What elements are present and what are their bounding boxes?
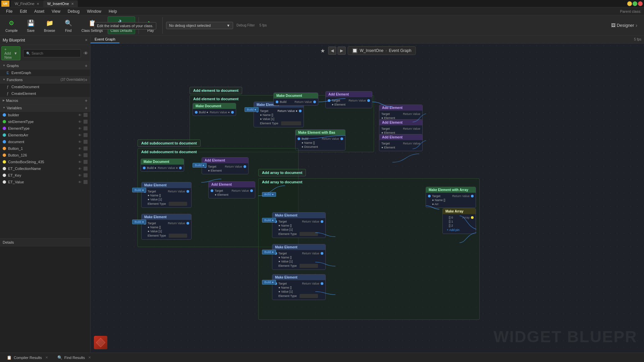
add-function-icon[interactable]: + bbox=[85, 77, 88, 82]
var-item-str-element-type[interactable]: strElementType 👁 bbox=[0, 118, 90, 125]
close-icon[interactable]: ✕ bbox=[37, 2, 39, 6]
compile-button[interactable]: ⚙ Compile bbox=[3, 17, 20, 34]
add-variable-icon[interactable]: + bbox=[85, 105, 88, 111]
node-make-document-2[interactable]: Make Document Build Return Value bbox=[273, 93, 318, 106]
var-item-et-collection-name[interactable]: ET_CollectionName 👁 bbox=[0, 165, 90, 172]
node-add-element-5[interactable]: Add Element Target Return Value ● Elemen… bbox=[379, 134, 423, 151]
build-btn[interactable]: Build ● bbox=[262, 250, 276, 254]
build-button-arr3[interactable]: Build ● bbox=[262, 280, 276, 285]
build-button-sub[interactable]: Build ● bbox=[193, 163, 207, 168]
tab-close-icon[interactable]: ✕ bbox=[45, 356, 48, 359]
var-item-elements-arr[interactable]: ElementsArr 👁 bbox=[0, 132, 90, 138]
build-btn[interactable]: Build ● bbox=[262, 280, 276, 285]
debug-filter[interactable]: No debug object selected ▼ bbox=[166, 22, 233, 29]
search-bar[interactable]: 🔍 bbox=[23, 49, 81, 57]
build-button-arr2[interactable]: Build ● bbox=[262, 250, 276, 254]
element-type-select[interactable] bbox=[300, 232, 318, 236]
class-settings-button[interactable]: 📋 Class Settings bbox=[79, 17, 106, 34]
node-add-element-right[interactable]: Add Element Target Return Value ● Elemen… bbox=[325, 91, 372, 108]
node-add-element-sub2[interactable]: Add Element Target Return Value ● Elemen… bbox=[208, 181, 255, 198]
macros-section-header[interactable]: ▶ Macros + bbox=[0, 97, 90, 104]
functions-section-header[interactable]: ▼ Functions (37 Overridable) + bbox=[0, 76, 90, 83]
build-btn[interactable]: Build ● bbox=[132, 188, 146, 192]
menu-asset[interactable]: Asset bbox=[31, 8, 48, 14]
node-make-element-array[interactable]: Make Element with Array Target Return Va… bbox=[426, 187, 476, 208]
tab-close-icon[interactable]: ✕ bbox=[88, 356, 91, 359]
maximize-button[interactable] bbox=[633, 1, 637, 6]
node-make-document[interactable]: Make Document Build ● Return Value ● bbox=[193, 103, 236, 116]
var-item-button-126[interactable]: Button_126 👁 bbox=[0, 152, 90, 159]
element-type-select[interactable] bbox=[300, 294, 318, 298]
designer-button[interactable]: 🖼 Designer › bbox=[607, 21, 641, 30]
tab-w-find-one[interactable]: W_FindOne ✕ bbox=[11, 0, 43, 7]
find-button[interactable]: 🔍 Find bbox=[60, 17, 77, 34]
node-make-element-sub1[interactable]: Make Element Target Return Value ● Name … bbox=[141, 182, 192, 208]
add-pin-button[interactable]: + Add pin bbox=[445, 228, 474, 232]
node-add-element-sub[interactable]: Add Element Target Return Value ● Elemen… bbox=[202, 157, 249, 174]
add-new-button[interactable]: + Add New ▼ bbox=[1, 46, 20, 60]
blueprint-canvas[interactable]: Add element to document Add element to d… bbox=[91, 55, 644, 353]
menu-edit[interactable]: Edit bbox=[16, 8, 30, 14]
sidebar-item-event-graph[interactable]: E EventGraph bbox=[0, 69, 90, 76]
nav-forward-button[interactable]: ▶ bbox=[337, 47, 345, 55]
node-make-doc-sub[interactable]: Make Document Build ● Return Value ● bbox=[141, 159, 184, 172]
play-button[interactable]: ▶ Play bbox=[142, 17, 159, 34]
minimize-button[interactable] bbox=[627, 1, 632, 6]
build-button-1[interactable]: Build ● bbox=[245, 107, 259, 112]
add-macro-icon[interactable]: + bbox=[85, 98, 88, 103]
node-make-element-sub3[interactable]: Make Element Target Return Value ● Name … bbox=[141, 214, 192, 240]
menu-view[interactable]: View bbox=[48, 8, 64, 14]
build-btn[interactable]: Build ● bbox=[262, 192, 276, 197]
browse-button[interactable]: 📁 Browse bbox=[41, 17, 58, 34]
var-item-element-type[interactable]: ElementType 👁 bbox=[0, 125, 90, 132]
pin-label: ● Name [] bbox=[278, 224, 291, 227]
graph-area[interactable]: Event Graph 5 fps ★ ◀ ▶ 🔲 W_InsertOne › … bbox=[91, 36, 644, 353]
bookmark-icon[interactable]: ★ bbox=[319, 47, 327, 55]
element-type-select[interactable] bbox=[300, 264, 318, 268]
node-make-element-arr2[interactable]: Make Element Target Return Value ● Name … bbox=[272, 244, 326, 270]
nav-back-button[interactable]: ◀ bbox=[328, 47, 336, 55]
menu-file[interactable]: File bbox=[3, 8, 16, 14]
menu-debug[interactable]: Debug bbox=[64, 8, 83, 14]
build-button-sub3[interactable]: Build ● bbox=[132, 220, 146, 224]
sidebar-item-create-element[interactable]: ƒ CreateElement bbox=[0, 90, 90, 97]
node-make-element-arr3[interactable]: Make Element Target Return Value ● Name … bbox=[272, 274, 326, 300]
var-item-button-1[interactable]: Button_1 👁 bbox=[0, 145, 90, 152]
find-results-tab[interactable]: 🔍 Find Results ✕ bbox=[53, 354, 95, 362]
view-options-icon[interactable]: 👁 bbox=[84, 51, 88, 56]
search-input[interactable] bbox=[32, 51, 78, 55]
sidebar-item-create-document[interactable]: ƒ CreateDocument bbox=[0, 83, 90, 90]
node-make-element-bas[interactable]: Make Element with Bas Build Return Value… bbox=[295, 129, 345, 150]
var-item-builder[interactable]: builder 👁 bbox=[0, 112, 90, 118]
graph-tab-controls: 5 fps bbox=[631, 36, 644, 43]
build-btn[interactable]: Build ● bbox=[245, 107, 259, 112]
tab-w-insert-one[interactable]: W_InsertOne ✕ bbox=[43, 0, 78, 7]
var-item-document[interactable]: document 👁 bbox=[0, 138, 90, 145]
build-btn[interactable]: Build ● bbox=[193, 163, 207, 168]
close-icon[interactable]: ✕ bbox=[71, 2, 74, 6]
build-btn[interactable]: Build ● bbox=[132, 220, 146, 224]
build-button-sub2[interactable]: Build ● bbox=[132, 188, 146, 192]
panel-close-icon[interactable]: ✕ bbox=[85, 38, 88, 42]
add-graph-icon[interactable]: + bbox=[85, 63, 88, 68]
var-item-et-value[interactable]: ET_Value 👁 bbox=[0, 179, 90, 185]
close-button[interactable] bbox=[638, 1, 643, 6]
graphs-section-header[interactable]: ▼ Graphs + bbox=[0, 62, 90, 69]
save-button[interactable]: 💾 Save bbox=[22, 17, 39, 34]
var-item-combo-box-string[interactable]: ComboBoxString_435 👁 bbox=[0, 159, 90, 165]
class-defaults-button[interactable]: 🔧 Class Defaults bbox=[108, 16, 135, 34]
var-item-et-key[interactable]: ET_Key 👁 bbox=[0, 172, 90, 179]
element-type-select[interactable] bbox=[169, 202, 187, 206]
build-button-arr[interactable]: Build ● bbox=[262, 192, 276, 197]
build-btn[interactable]: Build ● bbox=[262, 218, 276, 223]
node-make-element-arr1[interactable]: Make Element Target Return Value ● Name … bbox=[272, 212, 326, 238]
node-make-array[interactable]: Make Array [] 0 Array [] 1 bbox=[442, 208, 476, 234]
compiler-results-tab[interactable]: 📋 Compiler Results ✕ bbox=[3, 354, 52, 362]
element-type-dropdown[interactable] bbox=[281, 121, 301, 125]
menu-help[interactable]: Help bbox=[105, 8, 120, 14]
menu-window[interactable]: Window bbox=[84, 8, 105, 14]
variables-section-header[interactable]: ▼ Variables + bbox=[0, 104, 90, 112]
build-button-arr1[interactable]: Build ● bbox=[262, 218, 276, 223]
element-type-select[interactable] bbox=[169, 234, 187, 238]
tab-event-graph[interactable]: Event Graph bbox=[91, 36, 119, 43]
